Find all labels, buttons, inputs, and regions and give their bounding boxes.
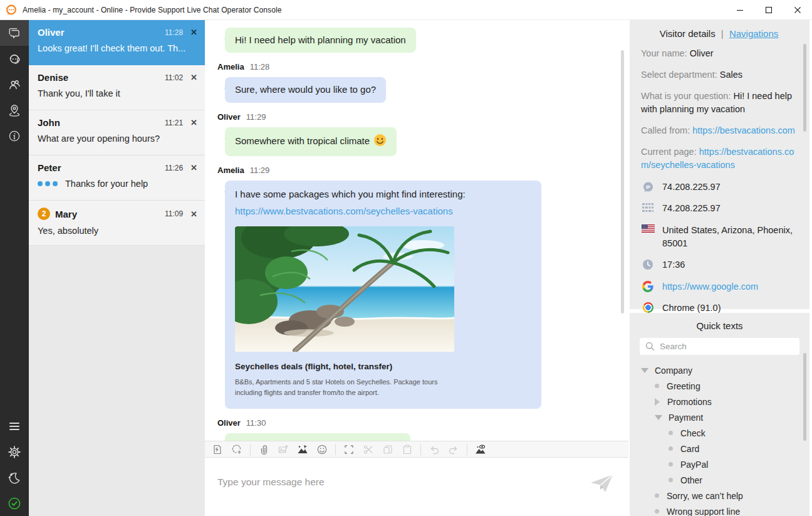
close-chat-icon[interactable]: ✕ [190, 118, 197, 127]
collapse-triangle-icon[interactable] [641, 368, 648, 373]
vacation-package-link[interactable]: https://www.bestvacations.com/seychelles… [235, 205, 453, 218]
called-from-link[interactable]: https://bestvacations.com [692, 125, 795, 135]
chat-list-item-denise[interactable]: Denise 11:02 ✕ Thank you, I'll take it [29, 65, 205, 110]
typing-indicator-icon [38, 181, 58, 186]
chat-item-name: Denise [38, 72, 68, 83]
chat-item-name: Peter [38, 162, 61, 173]
emoji-icon[interactable] [316, 443, 328, 456]
chat-item-time: 11:26 [165, 164, 183, 172]
tab-navigations-link[interactable]: Navigations [729, 28, 778, 39]
attach-file-icon[interactable] [258, 443, 270, 456]
composer-toolbar [205, 441, 628, 458]
image-preview-icon[interactable] [474, 443, 487, 456]
paste-icon[interactable] [401, 443, 414, 456]
visitor-details-scrollbar[interactable] [803, 44, 806, 132]
redo-icon[interactable] [447, 443, 460, 456]
operator-console-window: Amelia - my_account - Online - Provide S… [0, 0, 812, 516]
close-chat-icon[interactable]: ✕ [190, 28, 197, 36]
chat-list-item-john[interactable]: John 11:21 ✕ What are your opening hours… [29, 110, 205, 155]
nav-chats-tab[interactable] [0, 20, 29, 46]
close-chat-icon[interactable]: ✕ [190, 164, 197, 172]
close-chat-icon[interactable]: ✕ [190, 73, 197, 82]
toolbar-separator [467, 444, 467, 455]
window-title: Amelia - my_account - Online - Provide S… [23, 6, 282, 14]
message-composer [205, 458, 628, 516]
location-pin-icon [7, 103, 22, 118]
close-window-button[interactable] [783, 0, 812, 19]
message-author-header: Oliver11:29 [217, 112, 617, 122]
info-row-local-time: 17:36 [641, 258, 797, 271]
link-preview-title: Seychelles deals (flight, hotel, transfe… [235, 361, 531, 372]
operator-message-bubble: Sure, where would you like to go? [225, 77, 386, 102]
chat-item-time: 11:28 [165, 28, 183, 37]
chat-item-preview: Thank you, I'll take it [38, 88, 197, 98]
us-flag-icon [641, 224, 655, 233]
quick-texts-scrollbar[interactable] [803, 353, 806, 441]
operator-headset-icon [7, 51, 22, 66]
copy-icon[interactable] [382, 443, 394, 456]
tree-item-payment[interactable]: Payment [638, 409, 801, 425]
messages-scrollbar[interactable] [621, 50, 624, 313]
leaf-bullet-icon [669, 431, 673, 435]
message-input[interactable] [217, 477, 581, 488]
tree-item-other[interactable]: Other [638, 472, 801, 488]
chat-item-preview: Looks great! I'll check them out. Th... [38, 43, 197, 53]
tree-item-paypal[interactable]: PayPal [638, 456, 801, 472]
undo-icon[interactable] [428, 443, 440, 456]
dark-mode-toggle[interactable] [0, 465, 29, 490]
operator-rich-message-bubble: I have some packages which you might fin… [225, 181, 541, 409]
push-image-icon[interactable] [296, 443, 309, 456]
chat-list-item-peter[interactable]: Peter 11:26 ✕ Thanks for your help [29, 155, 205, 201]
tree-item-card[interactable]: Card [638, 441, 801, 456]
expand-triangle-icon[interactable] [655, 398, 660, 406]
toolbar-separator [420, 444, 421, 455]
tree-item-wrong-support-line[interactable]: Wrong support line [638, 503, 801, 516]
ip-address-icon: IP [641, 181, 655, 193]
quick-texts-search-input[interactable] [640, 338, 799, 355]
message-history: Hi! I need help with planning my vacatio… [205, 20, 628, 441]
tree-item-check[interactable]: Check [638, 425, 801, 441]
tree-item-company[interactable]: Company [638, 362, 801, 378]
tree-item-sorry-we-cant-help[interactable]: Sorry, we can’t help [638, 488, 801, 503]
info-row-location: United States, Arizona, Phoenix, 85001 [641, 224, 797, 250]
online-status-button[interactable] [0, 490, 29, 516]
send-image-icon[interactable] [277, 443, 289, 456]
toolbar-separator [250, 444, 251, 455]
gear-icon [7, 445, 22, 460]
titlebar: Amelia - my_account - Online - Provide S… [0, 0, 812, 20]
visitor-message-bubble: Somewhere with tropical climate [225, 127, 397, 156]
close-chat-icon[interactable]: ✕ [190, 210, 197, 218]
chat-item-name: Oliver [38, 27, 65, 38]
settings-button[interactable] [0, 439, 29, 465]
nav-operators-tab[interactable] [0, 46, 29, 71]
nav-geo-map-tab[interactable] [0, 97, 29, 123]
minimize-button[interactable] [726, 0, 754, 19]
leaf-bullet-icon [669, 462, 673, 466]
cut-icon[interactable] [362, 443, 375, 456]
tree-item-greeting[interactable]: Greeting [638, 378, 801, 394]
svg-text:IP: IP [646, 184, 650, 190]
chat-list-item-mary[interactable]: 2 Mary 11:09 ✕ Yes, absolutely [29, 201, 205, 246]
tab-visitor-details: Visitor details [660, 28, 716, 39]
link-preview-description: B&Bs, Apartments and 5 star Hotels on Se… [235, 377, 442, 398]
quick-text-icon[interactable] [211, 443, 224, 456]
menu-button[interactable] [0, 413, 29, 439]
chat-list-item-oliver[interactable]: Oliver 11:28 ✕ Looks great! I'll check t… [29, 20, 205, 65]
maximize-button[interactable] [754, 0, 783, 19]
chat-item-name: John [38, 117, 60, 128]
select-area-icon[interactable] [343, 443, 355, 456]
chat-item-time: 11:21 [165, 118, 183, 127]
quick-texts-section: Quick texts Company Greeting Promotions … [630, 313, 809, 516]
info-row-ip: IP 74.208.225.97 [641, 181, 797, 194]
paper-plane-send-icon[interactable] [590, 473, 615, 497]
nav-info-tab[interactable] [0, 123, 29, 149]
add-phrase-icon[interactable] [231, 443, 243, 456]
search-icon [645, 342, 655, 354]
collapse-triangle-icon[interactable] [655, 415, 662, 420]
leaf-bullet-icon [669, 478, 673, 482]
info-row-hostname: 74.208.225.97 [641, 202, 797, 215]
chat-item-preview: Thanks for your help [38, 179, 197, 189]
referrer-link[interactable]: https://www.google.com [662, 280, 758, 293]
nav-visitors-tab[interactable] [0, 71, 29, 97]
tree-item-promotions[interactable]: Promotions [638, 394, 801, 409]
